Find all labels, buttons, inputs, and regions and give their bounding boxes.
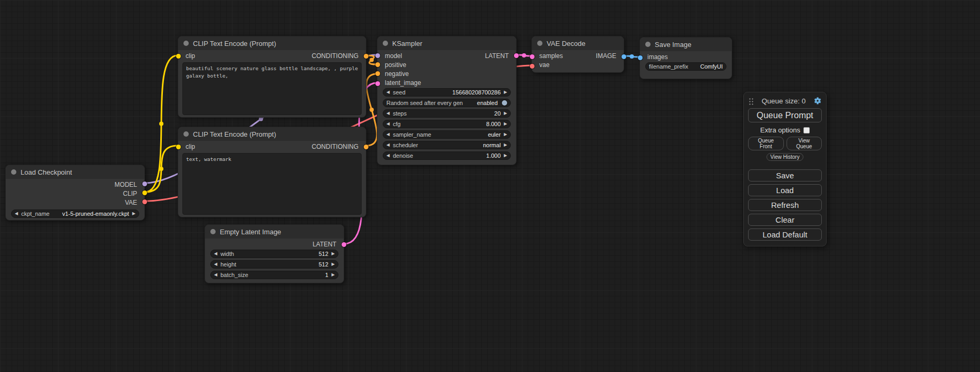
prompt-textarea[interactable]: text, watermark bbox=[182, 153, 362, 215]
output-slot-latent[interactable] bbox=[342, 242, 346, 247]
increment-arrow-icon[interactable]: ▶ bbox=[332, 250, 335, 258]
queue-size-label: Queue size: 0 bbox=[756, 97, 811, 105]
increment-arrow-icon[interactable]: ▶ bbox=[504, 88, 507, 97]
extra-options-checkbox[interactable] bbox=[803, 127, 810, 133]
widget-steps[interactable]: ◀ steps 20 ▶ bbox=[383, 109, 511, 118]
input-slot-positive[interactable] bbox=[375, 62, 380, 67]
increment-arrow-icon[interactable]: ▶ bbox=[504, 151, 507, 160]
decrement-arrow-icon[interactable]: ◀ bbox=[386, 130, 390, 139]
increment-arrow-icon[interactable]: ▶ bbox=[332, 260, 335, 269]
decrement-arrow-icon[interactable]: ◀ bbox=[386, 141, 390, 149]
view-queue-button[interactable]: View Queue bbox=[787, 137, 822, 150]
widget-batch-size[interactable]: ◀ batch_size 1 ▶ bbox=[210, 271, 338, 279]
load-button[interactable]: Load bbox=[748, 184, 822, 196]
widget-width[interactable]: ◀ width 512 ▶ bbox=[210, 250, 338, 258]
toggle-knob[interactable] bbox=[502, 100, 507, 106]
collapse-dot[interactable] bbox=[383, 41, 388, 46]
output-slot-conditioning[interactable] bbox=[364, 145, 368, 149]
widget-scheduler[interactable]: ◀ scheduler normal ▶ bbox=[383, 141, 511, 149]
node-empty-latent-image[interactable]: Empty Latent Image LATENT ◀ width 512 ▶ … bbox=[205, 224, 344, 283]
collapse-dot[interactable] bbox=[537, 41, 542, 46]
node-vae-decode[interactable]: VAE Decode samples IMAGE vae bbox=[531, 36, 624, 73]
widget-filename-prefix[interactable]: filename_prefix ComfyUI bbox=[645, 62, 726, 71]
collapse-dot[interactable] bbox=[183, 131, 189, 137]
settings-gear-icon[interactable] bbox=[813, 97, 822, 105]
increment-arrow-icon[interactable]: ▶ bbox=[332, 271, 335, 279]
queue-front-button[interactable]: Queue Front bbox=[748, 137, 784, 150]
increment-arrow-icon[interactable]: ▶ bbox=[132, 209, 135, 218]
collapse-dot[interactable] bbox=[645, 42, 651, 47]
output-slot-vae[interactable] bbox=[142, 199, 147, 204]
drag-handle[interactable] bbox=[748, 97, 754, 105]
collapse-dot[interactable] bbox=[183, 41, 189, 46]
input-slot-images[interactable] bbox=[638, 55, 643, 60]
link-midpoint-dot bbox=[159, 167, 163, 171]
node-clip-text-encode-negative[interactable]: CLIP Text Encode (Prompt) clip CONDITION… bbox=[178, 127, 366, 217]
widget-name: sampler_name bbox=[393, 131, 431, 138]
node-save-image[interactable]: Save Image images filename_prefix ComfyU… bbox=[639, 37, 732, 79]
decrement-arrow-icon[interactable]: ◀ bbox=[386, 109, 390, 118]
refresh-button[interactable]: Refresh bbox=[748, 199, 822, 211]
node-ksampler[interactable]: KSampler model LATENT positive negative … bbox=[377, 36, 517, 165]
decrement-arrow-icon[interactable]: ◀ bbox=[214, 250, 217, 258]
queue-prompt-button[interactable]: Queue Prompt bbox=[748, 108, 822, 122]
decrement-arrow-icon[interactable]: ◀ bbox=[386, 88, 390, 97]
increment-arrow-icon[interactable]: ▶ bbox=[504, 130, 507, 139]
slot-row: VAE bbox=[6, 198, 144, 207]
node-title-bar[interactable]: VAE Decode bbox=[532, 36, 624, 50]
increment-arrow-icon[interactable]: ▶ bbox=[504, 141, 507, 149]
widget-name: seed bbox=[393, 89, 405, 96]
save-button[interactable]: Save bbox=[748, 169, 822, 182]
input-slot-vae[interactable] bbox=[530, 64, 535, 69]
collapse-dot[interactable] bbox=[11, 169, 16, 175]
node-title-bar[interactable]: Save Image bbox=[640, 37, 732, 51]
widget-name: height bbox=[220, 261, 236, 268]
node-load-checkpoint[interactable]: Load Checkpoint MODEL CLIP VAE ◀ ckpt_na… bbox=[5, 165, 145, 221]
slot-row: vae bbox=[532, 60, 624, 69]
output-slot-model[interactable] bbox=[142, 182, 147, 186]
node-clip-text-encode-positive[interactable]: CLIP Text Encode (Prompt) clip CONDITION… bbox=[178, 36, 366, 118]
node-title-bar[interactable]: CLIP Text Encode (Prompt) bbox=[178, 36, 366, 50]
input-slot-model[interactable] bbox=[375, 53, 380, 58]
input-slot-samples[interactable] bbox=[530, 54, 535, 59]
input-slot-negative[interactable] bbox=[375, 71, 380, 76]
slot-row: positive bbox=[377, 60, 516, 69]
prompt-textarea[interactable]: beautiful scenery nature glass bottle la… bbox=[182, 62, 362, 115]
widget-seed[interactable]: ◀ seed 156680208700286 ▶ bbox=[383, 88, 511, 97]
clear-button[interactable]: Clear bbox=[748, 214, 822, 226]
slot-row: negative bbox=[377, 69, 516, 78]
node-title-bar[interactable]: Load Checkpoint bbox=[6, 165, 144, 179]
widget-name: Random seed after every gen bbox=[386, 100, 463, 106]
queue-menu-panel[interactable]: Queue size: 0 Queue Prompt Extra options… bbox=[743, 92, 827, 246]
output-slot-conditioning[interactable] bbox=[364, 54, 368, 59]
widget-height[interactable]: ◀ height 512 ▶ bbox=[210, 260, 338, 269]
widget-sampler-name[interactable]: ◀ sampler_name euler ▶ bbox=[383, 130, 511, 139]
node-title-bar[interactable]: Empty Latent Image bbox=[205, 225, 344, 239]
output-slot-clip[interactable] bbox=[142, 190, 147, 195]
widget-cfg[interactable]: ◀ cfg 8.000 ▶ bbox=[383, 120, 511, 128]
output-slot-latent[interactable] bbox=[514, 53, 519, 58]
increment-arrow-icon[interactable]: ▶ bbox=[504, 120, 507, 128]
output-label-latent: LATENT bbox=[313, 241, 336, 248]
collapse-dot[interactable] bbox=[210, 229, 216, 234]
input-slot-clip[interactable] bbox=[176, 54, 181, 59]
widget-name: steps bbox=[393, 110, 406, 117]
decrement-arrow-icon[interactable]: ◀ bbox=[386, 151, 390, 160]
input-slot-clip[interactable] bbox=[176, 145, 181, 149]
decrement-arrow-icon[interactable]: ◀ bbox=[15, 209, 18, 218]
widget-denoise[interactable]: ◀ denoise 1.000 ▶ bbox=[383, 151, 511, 160]
load-default-button[interactable]: Load Default bbox=[748, 228, 822, 241]
increment-arrow-icon[interactable]: ▶ bbox=[504, 109, 507, 118]
input-slot-latent-image[interactable] bbox=[375, 81, 380, 86]
view-history-button[interactable]: View History bbox=[766, 153, 803, 161]
node-title-bar[interactable]: CLIP Text Encode (Prompt) bbox=[178, 127, 366, 141]
input-label-positive: positive bbox=[385, 61, 406, 69]
widget-name: denoise bbox=[393, 152, 413, 159]
widget-random-seed-toggle[interactable]: Random seed after every gen enabled bbox=[383, 99, 511, 107]
decrement-arrow-icon[interactable]: ◀ bbox=[214, 260, 217, 269]
decrement-arrow-icon[interactable]: ◀ bbox=[214, 271, 217, 279]
decrement-arrow-icon[interactable]: ◀ bbox=[386, 120, 390, 128]
node-title-bar[interactable]: KSampler bbox=[377, 36, 516, 50]
widget-ckpt-name[interactable]: ◀ ckpt_name v1-5-pruned-emaonly.ckpt ▶ bbox=[11, 209, 139, 218]
output-slot-image[interactable] bbox=[622, 54, 626, 59]
